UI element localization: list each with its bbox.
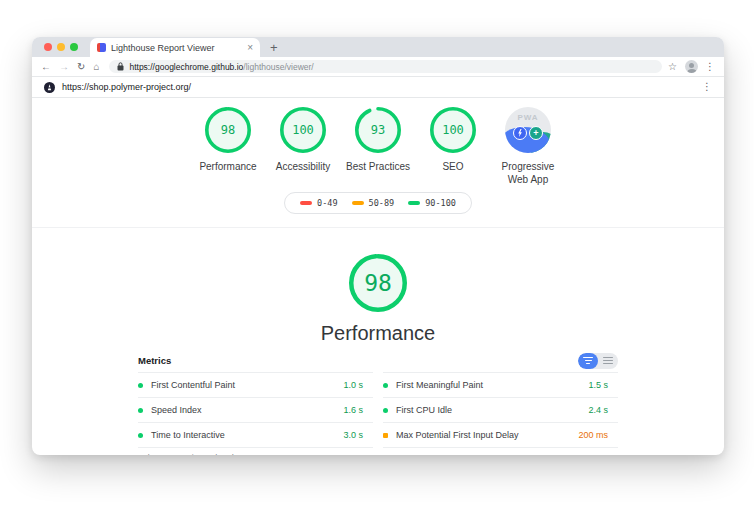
score-item-best-practices[interactable]: 93Best Practices — [341, 106, 416, 174]
tab-strip: Lighthouse Report Viewer × + — [32, 37, 724, 57]
metric-status-icon — [383, 433, 388, 438]
metric-row: First CPU Idle2.4 s — [383, 397, 618, 422]
url-path: /lighthouse/viewer/ — [243, 62, 313, 72]
metric-value: 3.0 s — [343, 430, 373, 440]
tab-title: Lighthouse Report Viewer — [111, 43, 242, 53]
zoom-window-button[interactable] — [70, 43, 78, 51]
performance-gauge-wrap: 98 — [32, 253, 724, 313]
pwa-badge-text: PWA — [505, 113, 551, 122]
minimize-window-button[interactable] — [57, 43, 65, 51]
section-divider — [32, 227, 724, 228]
lightning-bolt-icon — [518, 129, 523, 137]
screenshot-canvas: Lighthouse Report Viewer × + ← → ↻ ⌂ htt… — [0, 0, 754, 507]
score-label: Best Practices — [346, 161, 410, 174]
gauge-score: 93 — [371, 123, 385, 137]
report-content: 98Performance100Accessibility93Best Prac… — [32, 98, 724, 455]
metrics-column: First Meaningful Paint1.5 sFirst CPU Idl… — [383, 372, 618, 448]
score-legend: 0-4950-8990-100 — [32, 192, 724, 214]
metrics-heading: Metrics — [138, 355, 171, 366]
metric-name: First Contentful Paint — [151, 380, 343, 390]
score-item-seo[interactable]: 100SEO — [416, 106, 491, 174]
tab-close-icon[interactable]: × — [247, 43, 253, 53]
pwa-fast-reliable-icon — [513, 126, 527, 140]
metrics-header: Metrics — [138, 352, 618, 369]
metric-value: 1.5 s — [588, 380, 618, 390]
legend-item: 0-49 — [300, 198, 337, 208]
toggle-bar — [603, 363, 613, 365]
metrics-view-condensed-button[interactable] — [578, 353, 598, 369]
toggle-bar — [583, 357, 593, 359]
score-gauge: 93 — [354, 106, 402, 154]
score-gauge: 100 — [279, 106, 327, 154]
metric-name: Speed Index — [151, 405, 343, 415]
browser-tab[interactable]: Lighthouse Report Viewer × — [90, 38, 260, 57]
metrics-section: Metrics First Conte — [138, 352, 618, 455]
new-tab-button[interactable]: + — [270, 41, 278, 54]
legend-item: 90-100 — [408, 198, 456, 208]
score-label: Progressive Web App — [493, 161, 563, 186]
pwa-badge-icon: PWA+ — [505, 107, 551, 153]
url-host: https://googlechrome.github.io — [129, 62, 243, 72]
metric-value: 200 ms — [578, 430, 618, 440]
metric-status-icon — [383, 408, 388, 413]
window-controls — [44, 43, 78, 51]
metric-row: Time to Interactive3.0 s — [138, 422, 373, 447]
browser-menu-icon[interactable]: ⋮ — [705, 62, 715, 72]
reload-icon[interactable]: ↻ — [77, 62, 85, 72]
bookmark-star-icon[interactable]: ☆ — [668, 62, 677, 72]
legend-dash-icon — [352, 201, 364, 205]
metrics-footnote: Values are estimated and may vary. — [138, 453, 618, 455]
metric-row: Max Potential First Input Delay200 ms — [383, 422, 618, 447]
home-icon[interactable]: ⌂ — [93, 62, 99, 72]
pwa-installable-icon: + — [529, 126, 543, 140]
legend-dash-icon — [408, 201, 420, 205]
score-gauge: 100 — [429, 106, 477, 154]
lighthouse-favicon-icon — [97, 43, 106, 52]
legend-dash-icon — [300, 201, 312, 205]
close-window-button[interactable] — [44, 43, 52, 51]
toggle-bar — [603, 360, 613, 362]
metric-value: 2.4 s — [588, 405, 618, 415]
metric-status-icon — [383, 383, 388, 388]
report-url-bar: https://shop.polymer-project.org/ ⋮ — [32, 77, 724, 98]
back-icon[interactable]: ← — [41, 62, 51, 72]
score-item-progressive-web-app[interactable]: PWA+Progressive Web App — [491, 106, 566, 186]
score-gauge: 98 — [204, 106, 252, 154]
category-scores-row: 98Performance100Accessibility93Best Prac… — [32, 106, 724, 186]
metric-name: Time to Interactive — [151, 430, 343, 440]
metric-name: First CPU Idle — [396, 405, 588, 415]
browser-toolbar: ← → ↻ ⌂ https://googlechrome.github.io /… — [32, 57, 724, 77]
report-menu-icon[interactable]: ⋮ — [702, 82, 712, 92]
score-legend-pill: 0-4950-8990-100 — [284, 192, 472, 214]
metrics-view-toggle — [578, 353, 618, 369]
report-url-text[interactable]: https://shop.polymer-project.org/ — [62, 82, 702, 92]
score-item-performance[interactable]: 98Performance — [191, 106, 266, 174]
score-label: Performance — [199, 161, 256, 174]
metric-status-icon — [138, 433, 143, 438]
profile-avatar[interactable] — [685, 60, 698, 73]
gauge-score: 98 — [221, 123, 235, 137]
metric-status-icon — [138, 383, 143, 388]
legend-item: 50-89 — [352, 198, 395, 208]
lighthouse-report-icon — [44, 82, 55, 93]
toggle-bar — [603, 357, 613, 359]
metrics-grid: First Contentful Paint1.0 sSpeed Index1.… — [138, 372, 618, 448]
metric-value: 1.6 s — [343, 405, 373, 415]
score-item-accessibility[interactable]: 100Accessibility — [266, 106, 341, 174]
score-label: Accessibility — [276, 161, 330, 174]
pwa-blue-shape — [505, 127, 550, 153]
toggle-bar — [585, 360, 592, 362]
legend-label: 90-100 — [425, 198, 456, 208]
legend-label: 0-49 — [317, 198, 337, 208]
forward-icon[interactable]: → — [59, 62, 69, 72]
metric-status-icon — [138, 408, 143, 413]
metrics-column: First Contentful Paint1.0 sSpeed Index1.… — [138, 372, 373, 448]
metric-row: First Meaningful Paint1.5 s — [383, 372, 618, 397]
metric-name: Max Potential First Input Delay — [396, 430, 578, 440]
gauge-score: 100 — [292, 123, 314, 137]
metrics-view-detailed-button[interactable] — [598, 353, 618, 369]
score-gauge: 98 — [348, 253, 408, 313]
gauge-score: 100 — [442, 123, 464, 137]
url-bar[interactable]: https://googlechrome.github.io /lighthou… — [109, 60, 662, 73]
toggle-bar — [586, 363, 590, 365]
